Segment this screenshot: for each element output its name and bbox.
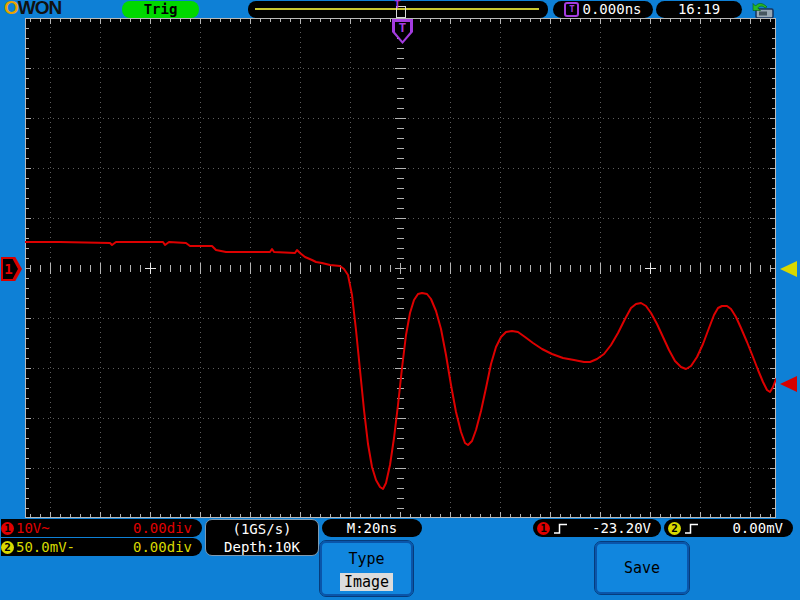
ch1-scale: 10V~ — [16, 519, 50, 537]
ch2-badge: 2 — [1, 541, 14, 554]
memory-position-bar: T — [248, 1, 548, 18]
type-button-label: Type — [322, 550, 411, 568]
ch1-zero-marker: 1 — [1, 257, 22, 281]
timebase-pill: M:20ns — [322, 519, 422, 537]
trigger1-badge: 1 — [537, 522, 550, 535]
save-button[interactable]: Save — [595, 542, 689, 594]
trigger2-level: 0.00mV — [732, 519, 783, 537]
trigger-time-value: 0.000ns — [582, 1, 641, 18]
ch2-scale: 50.0mV- — [16, 538, 75, 556]
ch1-status-pill: 1 10V~ 0.00div — [1, 519, 202, 537]
trigger1-level: -23.20V — [592, 519, 651, 537]
rising-edge-icon — [553, 522, 568, 535]
trigger-time-pill: T 0.000ns — [553, 1, 653, 18]
trigger-t-icon: T — [564, 2, 579, 17]
rising-edge-icon — [684, 522, 699, 535]
ch1-trigger-level-arrow — [780, 376, 797, 392]
clock: 16:19 — [656, 1, 742, 18]
trigger2-badge: 2 — [668, 522, 681, 535]
type-button[interactable]: Type Image — [320, 541, 413, 596]
record-depth: Depth:10K — [206, 538, 318, 556]
acquisition-info-box: (1GS/s) Depth:10K — [205, 519, 319, 556]
ch1-badge: 1 — [1, 522, 14, 535]
memory-trigger-marker: T — [394, 0, 401, 10]
trigger2-level-pill: 2 0.00mV — [664, 519, 793, 537]
ch2-trigger-level-arrow — [780, 261, 797, 277]
ch2-status-pill: 2 50.0mV- 0.00div — [1, 538, 202, 556]
trigger-status-badge: Trig — [122, 1, 199, 18]
waveform-canvas — [25, 18, 776, 518]
timebase-value: M:20ns — [347, 519, 398, 537]
save-button-label: Save — [624, 559, 660, 577]
trigger1-level-pill: 1 -23.20V — [533, 519, 661, 537]
ch1-offset: 0.00div — [133, 519, 192, 537]
owon-logo: OWON — [4, 0, 61, 19]
trigger-position-marker-letter: T — [392, 20, 413, 35]
oscilloscope-screen: OWON Trig T T 0.000ns 16:19 T 1 1 10V~ 0… — [0, 0, 800, 600]
sample-rate: (1GS/s) — [206, 520, 318, 538]
ch1-zero-marker-number: 1 — [1, 257, 16, 281]
ch2-offset: 0.00div — [133, 538, 192, 556]
type-button-value: Image — [340, 573, 393, 591]
